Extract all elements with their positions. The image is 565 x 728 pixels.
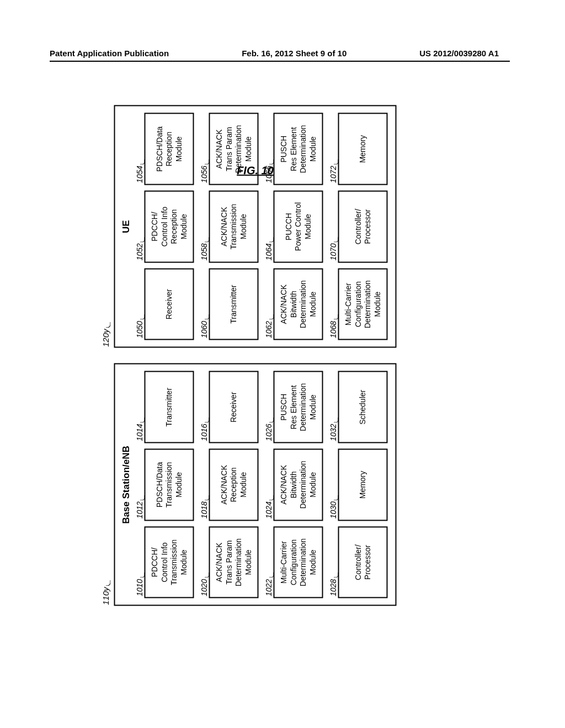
block-transmitter: Transmitter <box>145 371 194 443</box>
ue-title: UE <box>121 113 132 340</box>
base-station-panel-id: 110y <box>101 580 110 605</box>
page-header: Patent Application Publication Feb. 16, … <box>0 49 565 58</box>
panels-container: 110y Base Station/eNB 1010PDCCH/Control … <box>114 94 397 618</box>
ref-label: 1072 <box>329 113 338 185</box>
ref-label: 1012 <box>135 449 144 521</box>
block-acknack-bitwidth: ACK/NACKBitwidthDeterminationModule <box>274 449 323 521</box>
ref-label: 1052 <box>135 191 144 263</box>
ref-label: 1016 <box>200 371 209 443</box>
ue-row-2: 1062ACK/NACKBitwidthDeterminationModule … <box>264 113 323 340</box>
bs-row-1: 1020ACK/NACKTrans ParamDeterminationModu… <box>200 371 259 598</box>
ref-label: 1030 <box>329 449 338 521</box>
block-scheduler: Scheduler <box>338 371 388 443</box>
block-pdsch-tx: PDSCH/DataTransmissionModule <box>145 449 194 521</box>
ref-label: 1064 <box>264 191 273 263</box>
ref-label: 1054 <box>135 113 144 185</box>
block-ue-receiver: Receiver <box>145 268 194 340</box>
ref-label: 1058 <box>200 191 209 263</box>
ref-label: 1018 <box>200 449 209 521</box>
block-ue-multicarrier-cfg: Multi-CarrierConfigurationDeterminationM… <box>338 268 388 340</box>
block-ue-pdcch-rx: PDCCH/Control InfoReceptionModule <box>145 191 194 263</box>
ref-label: 1020 <box>200 526 209 598</box>
block-ue-transmitter: Transmitter <box>209 268 259 340</box>
ue-panel: 120y UE 1050Receiver 1052PDCCH/Control I… <box>114 105 397 348</box>
block-ue-controller: Controller/Processor <box>338 191 388 263</box>
base-station-panel: 110y Base Station/eNB 1010PDCCH/Control … <box>114 363 397 606</box>
base-station-title: Base Station/eNB <box>121 371 132 598</box>
bs-row-0: 1010PDCCH/Control InfoTransmissionModule… <box>135 371 194 598</box>
bs-row-2: 1022Multi-CarrierConfigurationDeterminat… <box>264 371 323 598</box>
ue-row-0: 1050Receiver 1052PDCCH/Control InfoRecep… <box>135 113 194 340</box>
ref-label: 1022 <box>264 526 273 598</box>
ref-label: 1024 <box>264 449 273 521</box>
block-pdcch-tx: PDCCH/Control InfoTransmissionModule <box>145 526 194 598</box>
bs-row-3: 1028Controller/Processor 1030Memory 1032… <box>329 371 388 598</box>
block-ue-acknack-bitwidth: ACK/NACKBitwidthDeterminationModule <box>274 268 323 340</box>
header-rule <box>50 61 510 62</box>
ue-panel-id: 120y <box>101 322 110 347</box>
block-ue-acknack-tx: ACK/NACKTransmissionModule <box>209 191 259 263</box>
header-right: US 2012/0039280 A1 <box>419 49 499 58</box>
block-receiver: Receiver <box>209 371 259 443</box>
block-acknack-param: ACK/NACKTrans ParamDeterminationModule <box>209 526 259 598</box>
ref-label: 1014 <box>135 371 144 443</box>
ref-label: 1050 <box>135 268 144 340</box>
block-ue-acknack-param: ACK/NACKTrans ParamDeterminationModule <box>209 113 259 185</box>
ref-label: 1060 <box>200 268 209 340</box>
ref-label: 1056 <box>200 113 209 185</box>
header-center: Feb. 16, 2012 Sheet 9 of 10 <box>242 49 347 58</box>
ue-row-1: 1060Transmitter 1058ACK/NACKTransmission… <box>200 113 259 340</box>
ue-row-3: 1068Multi-CarrierConfigurationDeterminat… <box>329 113 388 340</box>
block-multicarrier-cfg: Multi-CarrierConfigurationDeterminationM… <box>274 526 323 598</box>
block-controller: Controller/Processor <box>338 526 388 598</box>
block-memory: Memory <box>338 449 388 521</box>
ref-label: 1070 <box>329 191 338 263</box>
ref-label: 1010 <box>135 526 144 598</box>
block-ue-pdsch-rx: PDSCH/DataReceptionModule <box>145 113 194 185</box>
figure-area: FIG. 10 110y Base Station/eNB 1010PDCCH/… <box>0 186 518 526</box>
block-ue-memory: Memory <box>338 113 388 185</box>
ref-label: 1068 <box>329 268 338 340</box>
ref-label: 1032 <box>329 371 338 443</box>
ref-label: 1026 <box>264 371 273 443</box>
header-left: Patent Application Publication <box>50 49 169 58</box>
ref-label: 1066 <box>264 113 273 185</box>
block-pusch-res: PUSCHRes ElementDeterminationModule <box>274 371 323 443</box>
block-acknack-rx: ACK/NACKReceptionModule <box>209 449 259 521</box>
ref-label: 1062 <box>264 268 273 340</box>
block-ue-pucch-power: PUCCHPower ControlModule <box>274 191 323 263</box>
ref-label: 1028 <box>329 526 338 598</box>
block-ue-pusch-res: PUSCHRes ElementDeterminationModule <box>274 113 323 185</box>
